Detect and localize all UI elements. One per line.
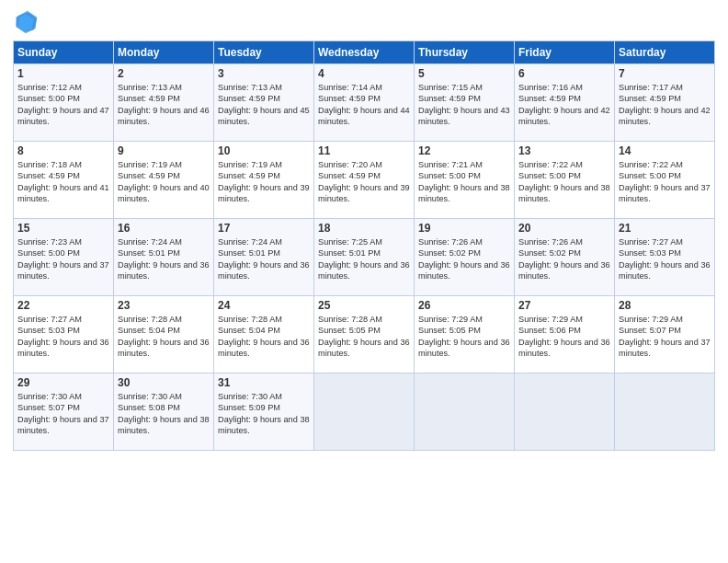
day-number: 22 [17,299,109,312]
cell-content: Sunrise: 7:28 AMSunset: 5:04 PMDaylight:… [218,315,310,358]
day-number: 5 [418,67,510,80]
cell-content: Sunrise: 7:25 AMSunset: 5:01 PMDaylight:… [318,237,410,281]
day-number: 7 [619,67,711,80]
calendar-cell: 30Sunrise: 7:30 AMSunset: 5:08 PMDayligh… [114,373,214,451]
calendar-cell: 28Sunrise: 7:29 AMSunset: 5:07 PMDayligh… [615,296,715,373]
day-number: 10 [218,144,310,157]
week-row-2: 8Sunrise: 7:18 AMSunset: 4:59 PMDaylight… [14,142,715,219]
calendar-cell: 22Sunrise: 7:27 AMSunset: 5:03 PMDayligh… [14,296,114,373]
cell-content: Sunrise: 7:24 AMSunset: 5:01 PMDaylight:… [218,237,310,281]
day-header-sunday: Sunday [14,41,114,64]
cell-content: Sunrise: 7:27 AMSunset: 5:03 PMDaylight:… [17,315,109,358]
day-number: 17 [218,222,310,235]
day-number: 24 [218,299,310,312]
day-number: 11 [318,144,410,157]
week-row-1: 1Sunrise: 7:12 AMSunset: 5:00 PMDaylight… [14,64,715,142]
cell-content: Sunrise: 7:23 AMSunset: 5:00 PMDaylight:… [17,237,109,281]
day-header-friday: Friday [515,41,615,64]
day-number: 29 [17,376,109,389]
cell-content: Sunrise: 7:21 AMSunset: 5:00 PMDaylight:… [418,160,510,203]
header [13,9,715,35]
calendar-cell: 6Sunrise: 7:16 AMSunset: 4:59 PMDaylight… [515,64,615,142]
cell-content: Sunrise: 7:19 AMSunset: 4:59 PMDaylight:… [218,160,310,203]
day-number: 1 [17,67,109,80]
day-number: 8 [17,144,109,157]
day-number: 20 [518,222,610,235]
logo [13,9,42,35]
day-number: 9 [118,144,210,157]
calendar-cell: 1Sunrise: 7:12 AMSunset: 5:00 PMDaylight… [14,64,114,142]
calendar-cell [415,373,515,451]
calendar-cell: 8Sunrise: 7:18 AMSunset: 4:59 PMDaylight… [14,142,114,219]
cell-content: Sunrise: 7:28 AMSunset: 5:05 PMDaylight:… [318,315,410,358]
day-header-monday: Monday [114,41,214,64]
cell-content: Sunrise: 7:20 AMSunset: 4:59 PMDaylight:… [318,160,410,203]
logo-icon [13,9,39,35]
day-number: 23 [118,299,210,312]
calendar-cell: 16Sunrise: 7:24 AMSunset: 5:01 PMDayligh… [114,219,214,296]
calendar-cell: 31Sunrise: 7:30 AMSunset: 5:09 PMDayligh… [214,373,314,451]
week-row-4: 22Sunrise: 7:27 AMSunset: 5:03 PMDayligh… [14,296,715,373]
day-number: 15 [17,222,109,235]
day-number: 4 [318,67,410,80]
cell-content: Sunrise: 7:18 AMSunset: 4:59 PMDaylight:… [17,160,109,203]
calendar-cell: 21Sunrise: 7:27 AMSunset: 5:03 PMDayligh… [615,219,715,296]
calendar-cell: 15Sunrise: 7:23 AMSunset: 5:00 PMDayligh… [14,219,114,296]
day-number: 6 [518,67,610,80]
calendar-cell [314,373,415,451]
cell-content: Sunrise: 7:16 AMSunset: 4:59 PMDaylight:… [518,83,610,126]
cell-content: Sunrise: 7:29 AMSunset: 5:06 PMDaylight:… [518,315,610,358]
day-number: 18 [318,222,410,235]
cell-content: Sunrise: 7:28 AMSunset: 5:04 PMDaylight:… [118,315,210,358]
calendar-cell: 27Sunrise: 7:29 AMSunset: 5:06 PMDayligh… [515,296,615,373]
calendar-cell: 11Sunrise: 7:20 AMSunset: 4:59 PMDayligh… [314,142,415,219]
cell-content: Sunrise: 7:26 AMSunset: 5:02 PMDaylight:… [518,237,610,281]
day-number: 14 [619,144,711,157]
calendar-cell: 13Sunrise: 7:22 AMSunset: 5:00 PMDayligh… [515,142,615,219]
day-number: 31 [218,376,310,389]
cell-content: Sunrise: 7:30 AMSunset: 5:07 PMDaylight:… [17,392,109,435]
week-row-3: 15Sunrise: 7:23 AMSunset: 5:00 PMDayligh… [14,219,715,296]
calendar-cell: 19Sunrise: 7:26 AMSunset: 5:02 PMDayligh… [415,219,515,296]
cell-content: Sunrise: 7:14 AMSunset: 4:59 PMDaylight:… [318,83,410,126]
cell-content: Sunrise: 7:12 AMSunset: 5:00 PMDaylight:… [17,83,109,126]
calendar-cell [615,373,715,451]
day-number: 30 [118,376,210,389]
cell-content: Sunrise: 7:30 AMSunset: 5:08 PMDaylight:… [118,392,210,435]
calendar-cell: 18Sunrise: 7:25 AMSunset: 5:01 PMDayligh… [314,219,415,296]
day-number: 2 [118,67,210,80]
calendar-cell: 17Sunrise: 7:24 AMSunset: 5:01 PMDayligh… [214,219,314,296]
day-number: 19 [418,222,510,235]
cell-content: Sunrise: 7:17 AMSunset: 4:59 PMDaylight:… [619,83,711,126]
calendar-cell [515,373,615,451]
calendar-cell: 10Sunrise: 7:19 AMSunset: 4:59 PMDayligh… [214,142,314,219]
calendar-cell: 9Sunrise: 7:19 AMSunset: 4:59 PMDaylight… [114,142,214,219]
day-number: 12 [418,144,510,157]
cell-content: Sunrise: 7:29 AMSunset: 5:07 PMDaylight:… [619,315,711,358]
day-number: 16 [118,222,210,235]
day-header-wednesday: Wednesday [314,41,415,64]
cell-content: Sunrise: 7:22 AMSunset: 5:00 PMDaylight:… [619,160,711,203]
day-number: 3 [218,67,310,80]
calendar-cell: 25Sunrise: 7:28 AMSunset: 5:05 PMDayligh… [314,296,415,373]
calendar-cell: 4Sunrise: 7:14 AMSunset: 4:59 PMDaylight… [314,64,415,142]
day-header-saturday: Saturday [615,41,715,64]
cell-content: Sunrise: 7:27 AMSunset: 5:03 PMDaylight:… [619,237,711,281]
calendar-cell: 29Sunrise: 7:30 AMSunset: 5:07 PMDayligh… [14,373,114,451]
header-row: SundayMondayTuesdayWednesdayThursdayFrid… [14,41,715,64]
cell-content: Sunrise: 7:22 AMSunset: 5:00 PMDaylight:… [518,160,610,203]
calendar-cell: 7Sunrise: 7:17 AMSunset: 4:59 PMDaylight… [615,64,715,142]
cell-content: Sunrise: 7:24 AMSunset: 5:01 PMDaylight:… [118,237,210,281]
day-number: 25 [318,299,410,312]
calendar-cell: 5Sunrise: 7:15 AMSunset: 4:59 PMDaylight… [415,64,515,142]
day-number: 21 [619,222,711,235]
calendar-cell: 2Sunrise: 7:13 AMSunset: 4:59 PMDaylight… [114,64,214,142]
day-number: 13 [518,144,610,157]
cell-content: Sunrise: 7:29 AMSunset: 5:05 PMDaylight:… [418,315,510,358]
calendar-cell: 24Sunrise: 7:28 AMSunset: 5:04 PMDayligh… [214,296,314,373]
day-number: 27 [518,299,610,312]
week-row-5: 29Sunrise: 7:30 AMSunset: 5:07 PMDayligh… [14,373,715,451]
cell-content: Sunrise: 7:19 AMSunset: 4:59 PMDaylight:… [118,160,210,203]
calendar-cell: 14Sunrise: 7:22 AMSunset: 5:00 PMDayligh… [615,142,715,219]
day-number: 26 [418,299,510,312]
